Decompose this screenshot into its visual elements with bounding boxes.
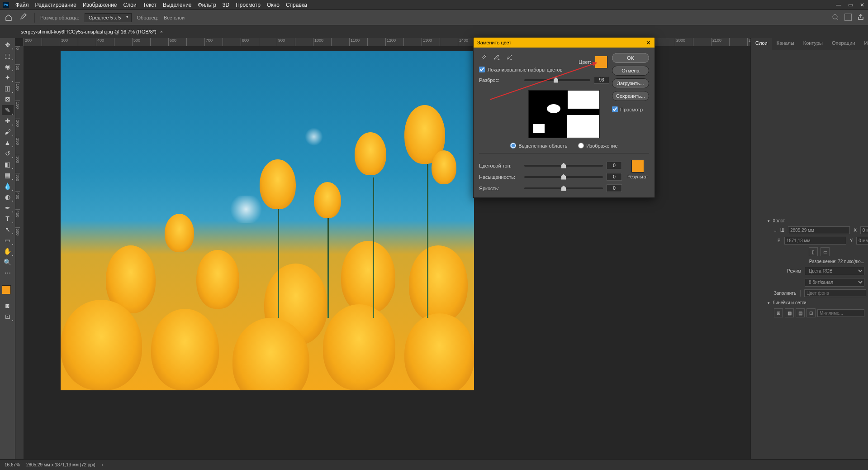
hue-value[interactable]: 0	[607, 162, 622, 169]
close-icon[interactable]: ✕	[646, 39, 651, 46]
healing-tool[interactable]: ✚	[2, 116, 14, 126]
svg-text:−: −	[510, 58, 512, 61]
crop-tool[interactable]: ◫	[2, 83, 14, 93]
hand-tool[interactable]: ✋	[2, 246, 14, 256]
orientation-landscape[interactable]: ▭	[821, 247, 830, 256]
sat-value[interactable]: 0	[607, 173, 622, 181]
magic-wand-tool[interactable]: ✦	[2, 72, 14, 82]
tab-layers[interactable]: Слои	[751, 38, 772, 50]
menu-layers[interactable]: Слои	[123, 2, 137, 8]
menu-image[interactable]: Изображение	[83, 2, 117, 8]
quick-mask[interactable]: ◙	[2, 301, 14, 311]
mode-label: Режим	[774, 269, 801, 273]
blur-tool[interactable]: 💧	[2, 181, 14, 191]
preview-checkbox-row[interactable]: Просмотр	[612, 106, 649, 112]
menu-file[interactable]: Файл	[15, 2, 29, 8]
canvas-section-header[interactable]: Холст	[768, 216, 864, 225]
move-tool[interactable]: ✥	[2, 40, 14, 50]
save-button[interactable]: Сохранить...	[612, 91, 649, 101]
window-restore[interactable]: ▭	[847, 2, 854, 8]
eyedropper-subtract-icon[interactable]: −	[504, 53, 513, 62]
unit-input[interactable]	[817, 309, 864, 317]
menu-text[interactable]: Текст	[143, 2, 157, 8]
fill-swatch[interactable]	[800, 290, 801, 297]
tab-actions[interactable]: Операции	[827, 38, 859, 50]
selection-radio[interactable]: Выделенная область	[510, 143, 567, 149]
ruler-toggle-2[interactable]: ▦	[785, 308, 794, 317]
window-close[interactable]: ✕	[859, 2, 865, 8]
brush-tool[interactable]: 🖌	[2, 127, 14, 137]
dodge-tool[interactable]: ◐	[2, 192, 14, 202]
tab-channels[interactable]: Каналы	[772, 38, 799, 50]
light-value[interactable]: 0	[607, 184, 622, 192]
fill-input[interactable]	[804, 289, 866, 297]
workspace-icon[interactable]	[844, 14, 852, 21]
color-swatches[interactable]	[2, 282, 14, 295]
width-input[interactable]	[788, 226, 850, 234]
menu-filter[interactable]: Фильтр	[198, 2, 216, 8]
tab-paths[interactable]: Контуры	[799, 38, 827, 50]
sat-slider[interactable]	[524, 176, 603, 178]
home-icon[interactable]	[4, 13, 14, 23]
document-canvas[interactable]	[61, 51, 474, 390]
pen-tool[interactable]: ✒	[2, 203, 14, 213]
gradient-tool[interactable]: ▦	[2, 170, 14, 180]
link-icon[interactable]: ⟓	[774, 228, 777, 233]
rulers-section-header[interactable]: Линейки и сетки	[768, 298, 864, 307]
menu-3d[interactable]: 3D	[223, 2, 229, 8]
menu-select[interactable]: Выделение	[163, 2, 192, 8]
eyedropper-icon[interactable]	[479, 53, 488, 62]
ok-button[interactable]: OK	[612, 53, 649, 63]
mode-select[interactable]: Цвета RGB	[805, 267, 864, 275]
document-tab[interactable]: sergey-shmidt-koy6FlCCy5s-unsplash.jpg @…	[16, 25, 167, 38]
fuzziness-value[interactable]: 93	[594, 76, 609, 84]
zoom-level[interactable]: 16,67%	[5, 462, 20, 467]
load-button[interactable]: Загрузить...	[612, 78, 649, 88]
zoom-tool[interactable]: 🔍	[2, 257, 14, 267]
cancel-button[interactable]: Отмена	[612, 66, 649, 76]
history-brush-tool[interactable]: ↺	[2, 149, 14, 158]
clone-tool[interactable]: ▲	[2, 138, 14, 148]
shape-tool[interactable]: ▭	[2, 235, 14, 245]
path-tool[interactable]: ↖	[2, 225, 14, 235]
localized-checkbox[interactable]	[479, 67, 485, 72]
sample-size-dropdown[interactable]: Среднее 5 x 5	[85, 13, 132, 22]
edit-toolbar[interactable]: ⋯	[2, 268, 14, 278]
height-input[interactable]	[784, 237, 846, 245]
foreground-swatch[interactable]	[2, 285, 11, 294]
screen-mode[interactable]: ⊡	[2, 312, 14, 321]
tab-history[interactable]: История	[859, 38, 868, 50]
y-input[interactable]	[856, 237, 868, 245]
eyedropper-add-icon[interactable]: +	[492, 53, 501, 62]
text-tool[interactable]: T	[2, 214, 14, 224]
marquee-tool[interactable]: ⬚	[2, 51, 14, 61]
frame-tool[interactable]: ⊠	[2, 94, 14, 104]
menu-help[interactable]: Справка	[286, 2, 307, 8]
window-minimize[interactable]: —	[835, 2, 842, 8]
fuzziness-slider[interactable]	[524, 79, 590, 81]
orientation-portrait[interactable]: ▯	[809, 247, 818, 256]
dialog-titlebar[interactable]: Заменить цвет ✕	[474, 38, 655, 48]
light-slider[interactable]	[524, 187, 603, 189]
x-input[interactable]	[860, 226, 868, 234]
search-icon[interactable]	[832, 14, 839, 22]
ruler-toggle-3[interactable]: ▤	[796, 308, 805, 317]
preview-checkbox[interactable]	[612, 106, 618, 112]
hue-slider[interactable]	[524, 165, 603, 167]
menu-edit[interactable]: Редактирование	[35, 2, 76, 8]
lasso-tool[interactable]: ◉	[2, 62, 14, 72]
result-swatch[interactable]	[631, 160, 644, 173]
ruler-toggle-4[interactable]: ⊡	[806, 308, 816, 317]
status-chevron-icon[interactable]: ›	[102, 462, 103, 467]
eyedropper-tool[interactable]: ✎	[2, 105, 14, 115]
sample-label: Образец:	[137, 15, 158, 20]
menu-view[interactable]: Просмотр	[236, 2, 261, 8]
menu-window[interactable]: Окно	[267, 2, 280, 8]
share-icon[interactable]	[857, 14, 864, 22]
close-tab-icon[interactable]: ×	[160, 29, 163, 34]
ruler-toggle-1[interactable]: ⊞	[774, 308, 783, 317]
depth-select[interactable]: 8 бит/канал	[805, 278, 864, 287]
eraser-tool[interactable]: ◧	[2, 159, 14, 169]
eyedropper-tool-icon[interactable]	[19, 13, 29, 23]
image-radio[interactable]: Изображение	[578, 143, 617, 149]
